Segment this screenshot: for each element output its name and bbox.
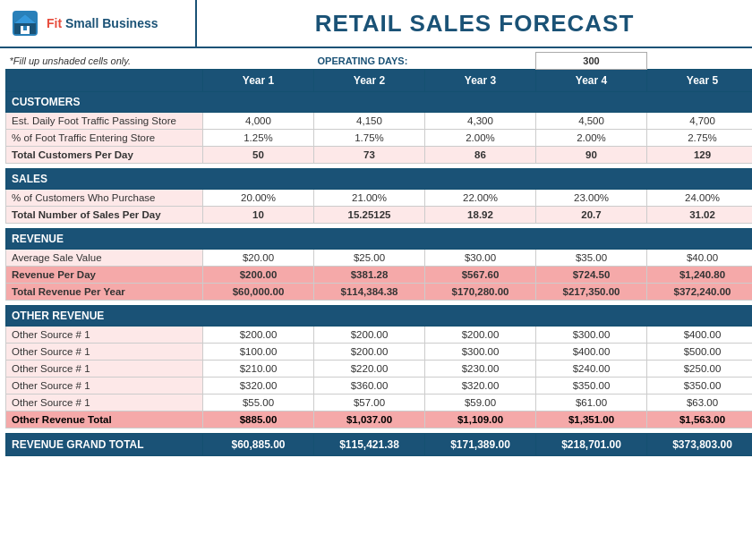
col-year3: Year 3 xyxy=(425,70,536,92)
other-src-3-y4[interactable]: $240.00 xyxy=(536,361,647,378)
other-src-3-y5[interactable]: $250.00 xyxy=(647,361,752,378)
avg-sale-y1[interactable]: $20.00 xyxy=(203,250,314,267)
forecast-table: *Fill up unshaded cells only. OPERATING … xyxy=(5,52,752,456)
customers-label: CUSTOMERS xyxy=(6,92,753,113)
other-total-label: Other Revenue Total xyxy=(6,412,203,428)
avg-sale-y3[interactable]: $30.00 xyxy=(425,250,536,267)
pct-foot-y2[interactable]: 1.75% xyxy=(314,130,425,147)
total-rev-y2: $114,384.38 xyxy=(314,284,425,301)
est-foot-y3[interactable]: 4,300 xyxy=(425,113,536,130)
pct-cust-y5[interactable]: 24.00% xyxy=(647,190,752,207)
other-revenue-total-row: Other Revenue Total $885.00 $1,037.00 $1… xyxy=(6,412,753,428)
other-src-4-y2[interactable]: $360.00 xyxy=(314,378,425,395)
other-src-3-y3[interactable]: $230.00 xyxy=(425,361,536,378)
logo-area: Fit Small Business xyxy=(0,0,197,47)
other-src-2-y1[interactable]: $100.00 xyxy=(203,344,314,361)
grand-total-y2: $115,421.38 xyxy=(314,434,425,456)
total-rev-y5: $372,240.00 xyxy=(647,284,752,301)
other-total-y4: $1,351.00 xyxy=(536,412,647,428)
pct-foot-y5[interactable]: 2.75% xyxy=(647,130,752,147)
other-src-1-y4[interactable]: $300.00 xyxy=(536,327,647,344)
other-src-5-y4[interactable]: $61.00 xyxy=(536,395,647,412)
other-src-5-y1[interactable]: $55.00 xyxy=(203,395,314,412)
total-sales-y3: 18.92 xyxy=(425,207,536,224)
total-revenue-year-row: Total Revenue Per Year $60,000.00 $114,3… xyxy=(6,284,753,301)
title-area: RETAIL SALES FORECAST xyxy=(197,1,752,47)
avg-sale-y5[interactable]: $40.00 xyxy=(647,250,752,267)
other-source-2-row: Other Source # 1 $100.00 $200.00 $300.00… xyxy=(6,344,753,361)
other-src-5-y5[interactable]: $63.00 xyxy=(647,395,752,412)
operating-label: OPERATING DAYS: xyxy=(314,53,536,70)
total-sales-y1: 10 xyxy=(203,207,314,224)
total-cust-y4: 90 xyxy=(536,147,647,164)
grand-total-y1: $60,885.00 xyxy=(203,434,314,456)
other-src-5-y3[interactable]: $59.00 xyxy=(425,395,536,412)
total-customers-label: Total Customers Per Day xyxy=(6,147,203,164)
est-foot-y1[interactable]: 4,000 xyxy=(203,113,314,130)
grand-total-y5: $373,803.00 xyxy=(647,434,752,456)
avg-sale-y4[interactable]: $35.00 xyxy=(536,250,647,267)
est-foot-y5[interactable]: 4,700 xyxy=(647,113,752,130)
row-label-rev-day: Revenue Per Day xyxy=(6,267,203,284)
other-src-1-y1[interactable]: $200.00 xyxy=(203,327,314,344)
other-source-3-row: Other Source # 1 $210.00 $220.00 $230.00… xyxy=(6,361,753,378)
est-foot-y4[interactable]: 4,500 xyxy=(536,113,647,130)
logo-fit: Fit xyxy=(47,16,62,30)
col-year2: Year 2 xyxy=(314,70,425,92)
other-src-1-y3[interactable]: $200.00 xyxy=(425,327,536,344)
total-sales-row: Total Number of Sales Per Day 10 15.2512… xyxy=(6,207,753,224)
col-year4: Year 4 xyxy=(536,70,647,92)
sales-section-header: SALES xyxy=(6,169,753,190)
avg-sale-value-row: Average Sale Value $20.00 $25.00 $30.00 … xyxy=(6,250,753,267)
pct-cust-y2[interactable]: 21.00% xyxy=(314,190,425,207)
other-source-1-row: Other Source # 1 $200.00 $200.00 $200.00… xyxy=(6,327,753,344)
other-src-4-y4[interactable]: $350.00 xyxy=(536,378,647,395)
other-src-4-y3[interactable]: $320.00 xyxy=(425,378,536,395)
col-year1: Year 1 xyxy=(203,70,314,92)
other-src-3-y1[interactable]: $210.00 xyxy=(203,361,314,378)
total-rev-y3: $170,280.00 xyxy=(425,284,536,301)
pct-foot-y1[interactable]: 1.25% xyxy=(203,130,314,147)
grand-total-row: REVENUE GRAND TOTAL $60,885.00 $115,421.… xyxy=(6,434,753,456)
pct-cust-y3[interactable]: 22.00% xyxy=(425,190,536,207)
other-src-3-y2[interactable]: $220.00 xyxy=(314,361,425,378)
fill-note: *Fill up unshaded cells only. xyxy=(6,53,203,70)
other-src-4-y1[interactable]: $320.00 xyxy=(203,378,314,395)
pct-cust-y1[interactable]: 20.00% xyxy=(203,190,314,207)
logo-icon xyxy=(11,9,39,38)
operating-value[interactable]: 300 xyxy=(536,53,647,70)
grand-total-y4: $218,701.00 xyxy=(536,434,647,456)
total-rev-y4: $217,350.00 xyxy=(536,284,647,301)
total-sales-y4: 20.7 xyxy=(536,207,647,224)
row-label-total-rev: Total Revenue Per Year xyxy=(6,284,203,301)
other-src-5-y2[interactable]: $57.00 xyxy=(314,395,425,412)
other-src-1-y2[interactable]: $200.00 xyxy=(314,327,425,344)
row-label-avg-sale: Average Sale Value xyxy=(6,250,203,267)
est-foot-y2[interactable]: 4,150 xyxy=(314,113,425,130)
other-src-4-y5[interactable]: $350.00 xyxy=(647,378,752,395)
row-label-pct-cust: % of Customers Who Purchase xyxy=(6,190,203,207)
revenue-label: REVENUE xyxy=(6,229,753,250)
total-sales-y2: 15.25125 xyxy=(314,207,425,224)
pct-foot-y3[interactable]: 2.00% xyxy=(425,130,536,147)
info-empty-1 xyxy=(203,53,314,70)
total-rev-y1: $60,000.00 xyxy=(203,284,314,301)
info-empty-2 xyxy=(647,53,752,70)
other-src-2-y5[interactable]: $500.00 xyxy=(647,344,752,361)
other-src-1-y5[interactable]: $400.00 xyxy=(647,327,752,344)
logo-small: Small xyxy=(65,16,98,30)
other-src-2-y3[interactable]: $300.00 xyxy=(425,344,536,361)
avg-sale-y2[interactable]: $25.00 xyxy=(314,250,425,267)
total-cust-y5: 129 xyxy=(647,147,752,164)
pct-cust-y4[interactable]: 23.00% xyxy=(536,190,647,207)
other-source-5-row: Other Source # 1 $55.00 $57.00 $59.00 $6… xyxy=(6,395,753,412)
other-src-2-label: Other Source # 1 xyxy=(6,344,203,361)
other-revenue-section-header: OTHER REVENUE xyxy=(6,306,753,327)
logo-text: Fit Small Business xyxy=(47,16,158,31)
total-cust-y1: 50 xyxy=(203,147,314,164)
other-src-2-y2[interactable]: $200.00 xyxy=(314,344,425,361)
rev-day-y2: $381.28 xyxy=(314,267,425,284)
rev-day-y4: $724.50 xyxy=(536,267,647,284)
pct-foot-y4[interactable]: 2.00% xyxy=(536,130,647,147)
other-src-2-y4[interactable]: $400.00 xyxy=(536,344,647,361)
